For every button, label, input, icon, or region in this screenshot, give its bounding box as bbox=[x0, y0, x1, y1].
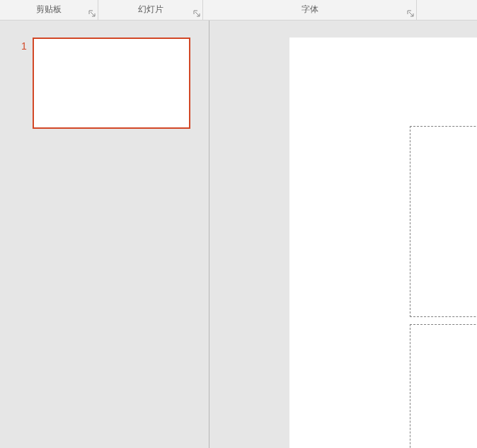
slide-thumbnail[interactable] bbox=[33, 38, 190, 129]
ribbon-group-slides: 幻灯片 bbox=[98, 0, 203, 20]
dialog-launcher-icon[interactable] bbox=[88, 10, 96, 17]
title-placeholder[interactable] bbox=[410, 126, 477, 317]
ribbon-group-label: 字体 bbox=[301, 4, 318, 16]
ribbon-group-label: 幻灯片 bbox=[138, 4, 163, 16]
slide-editor-area[interactable] bbox=[209, 21, 477, 448]
slide-thumbnail-row: 1 bbox=[0, 38, 209, 129]
main-area: 1 bbox=[0, 21, 477, 448]
ribbon-group-fonts: 字体 bbox=[203, 0, 417, 20]
ribbon-group-label: 剪贴板 bbox=[36, 4, 62, 16]
ribbon-group-labels: 剪贴板 幻灯片 字体 bbox=[0, 0, 477, 21]
slide-number: 1 bbox=[16, 40, 33, 52]
slide-thumbnail-panel[interactable]: 1 bbox=[0, 21, 209, 448]
subtitle-placeholder[interactable] bbox=[410, 324, 477, 448]
dialog-launcher-icon[interactable] bbox=[193, 10, 200, 17]
ribbon-group-clipboard: 剪贴板 bbox=[0, 0, 98, 20]
dialog-launcher-icon[interactable] bbox=[407, 10, 414, 17]
slide-canvas[interactable] bbox=[289, 38, 477, 448]
